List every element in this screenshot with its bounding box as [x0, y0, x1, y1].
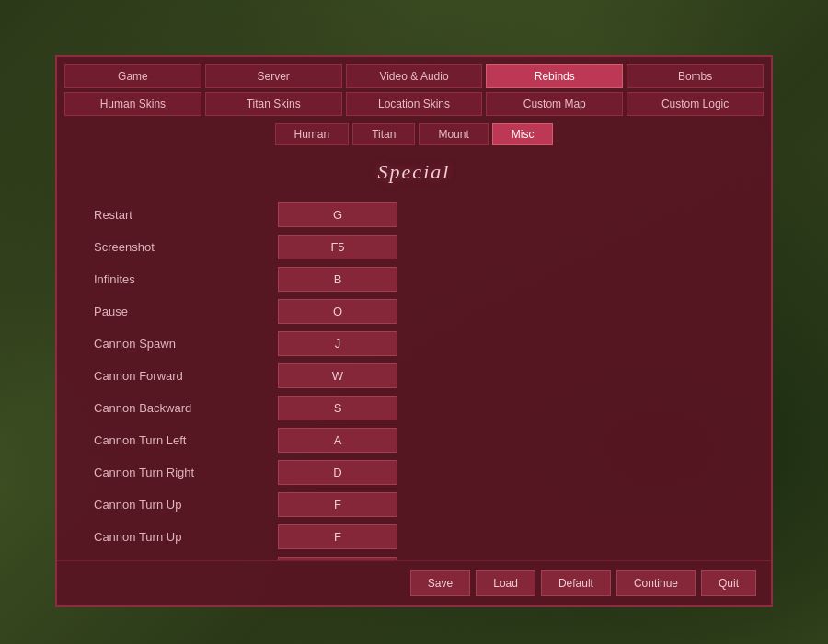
keybind-label-9: Cannon Turn Up [94, 498, 278, 512]
keybind-row: ScreenshotF5 [94, 235, 734, 259]
sub-tab-mount[interactable]: Mount [419, 123, 488, 145]
tab-custom-logic[interactable]: Custom Logic [627, 92, 764, 116]
keybind-btn-5[interactable]: W [278, 363, 397, 388]
keybind-label-7: Cannon Turn Left [94, 433, 278, 447]
tab-video-audio[interactable]: Video & Audio [346, 64, 483, 88]
quit-button[interactable]: Quit [701, 570, 756, 596]
tab-location-skins[interactable]: Location Skins [346, 92, 483, 116]
keybinds-list: RestartGScreenshotF5InfinitesBPauseOCann… [94, 202, 734, 560]
tab-human-skins[interactable]: Human Skins [64, 92, 201, 116]
keybind-label-4: Cannon Spawn [94, 337, 278, 351]
keybind-btn-4[interactable]: J [278, 331, 397, 356]
tab-bombs[interactable]: Bombs [627, 64, 764, 88]
default-button[interactable]: Default [541, 570, 611, 596]
keybind-label-10: Cannon Turn Up [94, 530, 278, 544]
tab-game[interactable]: Game [64, 64, 201, 88]
keybind-row: Cannon Turn UpF [94, 492, 734, 517]
keybind-btn-3[interactable]: O [278, 299, 397, 324]
section-title: Special [94, 160, 734, 184]
keybind-btn-0[interactable]: G [278, 202, 397, 227]
keybind-btn-2[interactable]: B [278, 267, 397, 292]
keybind-label-8: Cannon Turn Right [94, 466, 278, 479]
save-button[interactable]: Save [410, 570, 470, 596]
sub-tab-misc[interactable]: Misc [492, 123, 554, 145]
tab-server[interactable]: Server [205, 64, 342, 88]
tab-row-2: Human SkinsTitan SkinsLocation SkinsCust… [64, 92, 764, 116]
continue-button[interactable]: Continue [616, 570, 696, 596]
tab-row-1: GameServerVideo & AudioRebindsBombs [64, 64, 764, 88]
settings-panel: GameServerVideo & AudioRebindsBombs Huma… [55, 55, 773, 607]
sub-tab-human[interactable]: Human [275, 123, 350, 145]
keybind-label-3: Pause [94, 305, 278, 318]
keybind-row: Cannon BackwardS [94, 396, 734, 420]
keybind-row: Cannon Turn UpF [94, 524, 734, 549]
keybind-label-2: Infinites [94, 272, 278, 286]
tab-rebinds[interactable]: Rebinds [486, 64, 623, 88]
keybind-btn-6[interactable]: S [278, 396, 397, 420]
keybind-label-0: Restart [94, 208, 278, 222]
keybind-row: InfinitesB [94, 267, 734, 292]
load-button[interactable]: Load [476, 570, 535, 596]
keybind-row: Cannon Turn LeftA [94, 428, 734, 453]
keybind-label-1: Screenshot [94, 240, 278, 254]
keybind-btn-8[interactable]: D [278, 460, 397, 485]
keybind-btn-7[interactable]: A [278, 428, 397, 453]
sub-tab-titan[interactable]: Titan [352, 123, 415, 145]
footer: SaveLoadDefaultContinueQuit [57, 560, 771, 605]
keybind-btn-10[interactable]: F [278, 524, 397, 549]
content-area: Special RestartGScreenshotF5InfinitesBPa… [57, 145, 771, 560]
keybind-label-5: Cannon Forward [94, 369, 278, 383]
keybind-label-6: Cannon Backward [94, 401, 278, 415]
tab-titan-skins[interactable]: Titan Skins [205, 92, 342, 116]
keybind-row: Cannon ForwardW [94, 363, 734, 388]
keybind-row: RestartG [94, 202, 734, 227]
tab-custom-map[interactable]: Custom Map [486, 92, 623, 116]
sub-tabs-container: HumanTitanMountMisc [57, 116, 771, 145]
keybind-row: Cannon Turn RightD [94, 460, 734, 485]
top-tabs-container: GameServerVideo & AudioRebindsBombs Huma… [57, 57, 771, 116]
keybind-row: Cannon SpawnJ [94, 331, 734, 356]
keybind-btn-1[interactable]: F5 [278, 235, 397, 259]
keybind-row: PauseO [94, 299, 734, 324]
keybind-btn-9[interactable]: F [278, 492, 397, 517]
